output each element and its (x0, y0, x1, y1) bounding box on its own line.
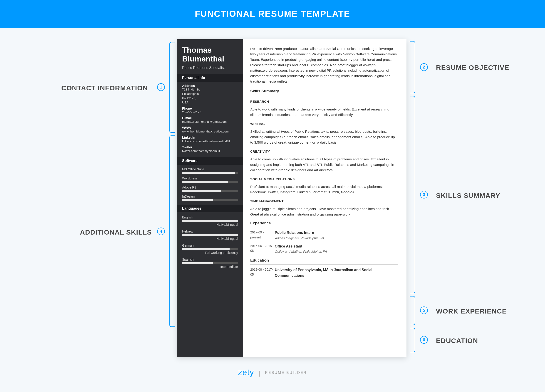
page-banner: FUNCTIONAL RESUME TEMPLATE (0, 0, 545, 28)
twitter-value: twitter.com/thommybloom81 (182, 149, 238, 153)
annot-skills-summary: SKILLS SUMMARY (436, 192, 500, 199)
experience-dates: 2015-06 - 2015-08 (250, 244, 275, 254)
skill-text: Able to come up with innovative solution… (250, 157, 398, 173)
annot-num-5: 5 (420, 307, 428, 314)
software-skill-bar (182, 172, 238, 174)
education-head: Education (250, 258, 398, 265)
education-title: University of Pennsylvania, MA in Journa… (275, 267, 398, 278)
skill-heading: RESEARCH (250, 99, 398, 104)
software-skill-fill (182, 172, 235, 174)
software-skill-name: MS Office Suite (182, 167, 238, 171)
languages-list: EnglishNative/bilingualHebrewNative/bili… (182, 216, 238, 269)
skills-summary-head: Skills Summary (250, 88, 398, 95)
language-name: Spanish (182, 258, 238, 261)
software-skill-name: InDesign (182, 195, 238, 198)
language-level: Native/bilingual (182, 223, 238, 226)
annot-num-2: 2 (420, 63, 428, 71)
skill-heading: WRITING (250, 122, 398, 127)
applicant-name: Thomas Blumenthal (182, 46, 238, 63)
address-value: 713 N 4th St, Philadelphia, PA 19123, US… (182, 88, 238, 105)
software-skill-fill (182, 199, 213, 201)
language-name: English (182, 216, 238, 219)
resume-main: Results-driven Penn graduate in Journali… (243, 39, 407, 357)
skill-heading: SOCIAL MEDIA RELATIONS (250, 177, 398, 182)
canvas: 1 CONTACT INFORMATION 4 ADDITIONAL SKILL… (0, 28, 545, 382)
annot-additional-skills: ADDITIONAL SKILLS (80, 229, 152, 236)
skill-text: Skilled at writing all types of Public R… (250, 129, 398, 145)
software-skill-bar (182, 181, 238, 183)
skill-text: Proficient at managing social media rela… (250, 184, 398, 195)
language-fill (182, 248, 229, 250)
language-level: Native/bilingual (182, 237, 238, 241)
language-bar (182, 234, 238, 236)
twitter-label: Twitter (182, 145, 238, 149)
experience-head: Experience (250, 220, 398, 227)
bracket-skills-summary (410, 96, 415, 293)
experience-subtitle: Adidas Originals, Philadelphia, PA (275, 236, 398, 241)
resume-document: Thomas Blumenthal Public Relations Speci… (177, 39, 407, 357)
experience-subtitle: Ogilvy and Mather, Philadelphia, PA (275, 249, 398, 254)
footer: zety | RESUME BUILDER (0, 368, 545, 377)
applicant-role: Public Relations Specialist (182, 66, 238, 70)
language-bar (182, 248, 238, 250)
language-level: Full working proficiency (182, 251, 238, 254)
education-list: 2012-08 - 2017-05University of Pennsylva… (250, 267, 398, 278)
annot-num-4: 4 (157, 228, 165, 235)
software-skill-name: Adobe PS (182, 186, 238, 189)
language-bar (182, 262, 238, 264)
experience-title: Public Relations Intern (275, 230, 398, 236)
education-row: 2012-08 - 2017-05University of Pennsylva… (250, 267, 398, 278)
language-fill (182, 220, 238, 222)
skill-text: Able to juggle multiple clients and proj… (250, 206, 398, 217)
footer-tagline: RESUME BUILDER (265, 371, 307, 374)
language-name: German (182, 244, 238, 247)
experience-body: Office AssistantOgilvy and Mather, Phila… (275, 244, 398, 254)
bracket-education (410, 328, 415, 352)
experience-title: Office Assistant (275, 244, 398, 249)
phone-label: Phone (182, 107, 238, 110)
software-skill-fill (182, 181, 228, 183)
annot-num-1: 1 (157, 83, 165, 91)
skill-heading: CREATIVITY (250, 149, 398, 154)
software-skill-fill (182, 190, 221, 192)
software-skill-bar (182, 190, 238, 192)
annot-education: EDUCATION (436, 337, 478, 344)
www-label: WWW (182, 126, 238, 130)
education-dates: 2012-08 - 2017-05 (250, 267, 275, 278)
experience-body: Public Relations InternAdidas Originals,… (275, 230, 398, 241)
email-label: E-mail (182, 116, 238, 120)
experience-list: 2017-09 - presentPublic Relations Intern… (250, 230, 398, 254)
software-head: Software (177, 157, 243, 165)
annot-contact-information: CONTACT INFORMATION (61, 84, 148, 92)
resume-objective: Results-driven Penn graduate in Journali… (250, 46, 398, 84)
language-fill (182, 234, 238, 236)
personal-info-head: Personal Info (177, 74, 243, 82)
language-fill (182, 262, 213, 264)
footer-brand: zety (238, 368, 254, 377)
resume-sidebar: Thomas Blumenthal Public Relations Speci… (177, 39, 243, 357)
address-label: Address (182, 84, 238, 88)
experience-dates: 2017-09 - present (250, 230, 275, 241)
education-body: University of Pennsylvania, MA in Journa… (275, 267, 398, 278)
annot-num-3: 3 (420, 191, 428, 199)
phone-value: 202-555-0173 (182, 110, 238, 115)
software-skill-bar (182, 199, 238, 201)
skill-heading: TIME MANAGEMENT (250, 199, 398, 204)
www-value: www.thomblumenthalcreative.com (182, 130, 238, 134)
languages-head: Languages (177, 205, 243, 212)
skills-list: RESEARCHAble to work with many kinds of … (250, 99, 398, 217)
annot-resume-objective: RESUME OBJECTIVE (436, 64, 509, 72)
software-list: MS Office SuiteWordpressAdobe PSInDesign (182, 167, 238, 201)
software-skill-name: Wordpress (182, 176, 238, 180)
linkedin-label: LinkedIn (182, 136, 238, 139)
annot-work-experience: WORK EXPERIENCE (436, 308, 507, 315)
bracket-contact (169, 42, 175, 133)
annot-num-6: 6 (420, 336, 428, 344)
experience-row: 2017-09 - presentPublic Relations Intern… (250, 230, 398, 241)
language-name: Hebrew (182, 229, 238, 233)
email-value: thomas.j.blumenthal@gmail.com (182, 120, 238, 124)
footer-separator: | (259, 369, 260, 377)
skill-text: Able to work with many kinds of clients … (250, 107, 398, 118)
language-bar (182, 220, 238, 222)
language-level: Intermediate (182, 265, 238, 269)
